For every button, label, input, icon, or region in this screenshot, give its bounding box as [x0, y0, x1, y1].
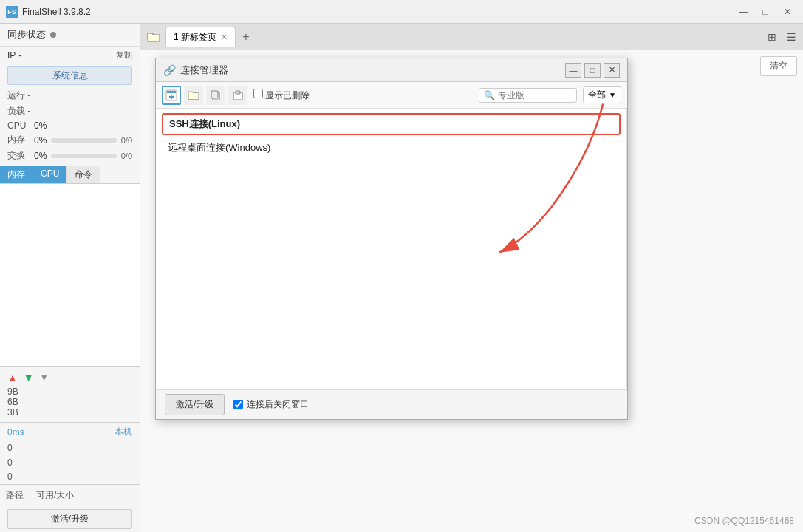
- tab-close-icon[interactable]: ✕: [221, 33, 228, 42]
- mem-bar: [51, 138, 116, 143]
- dialog-minimize-button[interactable]: —: [565, 63, 581, 78]
- new-connection-button[interactable]: [162, 86, 181, 105]
- ping-val-3: 0: [7, 470, 132, 484]
- traffic-header: ▲ ▼ ▼: [0, 370, 140, 385]
- cpu-value: 0%: [34, 120, 47, 131]
- status-dot: [50, 32, 56, 38]
- traffic-3b: 3B: [7, 407, 132, 417]
- traffic-6b: 6B: [7, 397, 132, 407]
- close-button[interactable]: ✕: [778, 4, 797, 19]
- ip-row: IP - 复制: [0, 47, 140, 64]
- ip-label: IP: [7, 50, 16, 61]
- main-layout: 同步状态 IP - 复制 系统信息 运行 - 负载 - CPU 0% 内存 0%…: [0, 24, 803, 532]
- tab-cpu[interactable]: CPU: [33, 166, 67, 183]
- svg-rect-7: [236, 91, 240, 94]
- swap-label: 交换: [7, 149, 30, 162]
- path-value: 可用/大小: [30, 488, 80, 503]
- close-after-connect-label[interactable]: 连接后关闭窗口: [233, 398, 309, 411]
- upload-arrow-icon: ▲: [7, 372, 18, 383]
- ping-section: 0ms 本机: [0, 422, 140, 441]
- dialog-close-button[interactable]: ✕: [604, 63, 620, 78]
- search-box[interactable]: 🔍: [479, 88, 577, 103]
- ping-val-1: 0: [7, 441, 132, 455]
- tab-command[interactable]: 命令: [67, 166, 100, 183]
- app-icon: FS: [6, 6, 18, 18]
- folder-button-dialog[interactable]: [184, 86, 203, 105]
- swap-bar: [51, 154, 116, 158]
- mem-row: 内存 0% 0/0: [0, 132, 140, 148]
- ping-local-button[interactable]: 本机: [115, 426, 132, 438]
- load-row: 负载 -: [0, 103, 140, 119]
- filter-select[interactable]: 全部 ▼: [583, 86, 621, 103]
- more-icon: ▼: [40, 372, 49, 383]
- svg-rect-1: [167, 91, 176, 93]
- cpu-label: CPU: [7, 120, 30, 131]
- show-deleted-checkbox-label[interactable]: 显示已删除: [253, 89, 310, 102]
- mem-ratio: 0/0: [121, 136, 132, 145]
- dialog-toolbar: 显示已删除 🔍 全部 ▼: [156, 82, 627, 109]
- app-title: FinalShell 3.9.8.2: [22, 7, 734, 17]
- dialog-overlay: 🔗 连接管理器 — □ ✕: [140, 50, 803, 532]
- run-label: 运行 -: [7, 89, 30, 102]
- ping-label: 0ms: [7, 427, 24, 437]
- copy-button-dialog[interactable]: [206, 86, 225, 105]
- ping-values: 0 0 0: [0, 441, 140, 484]
- ping-val-2: 0: [7, 456, 132, 470]
- list-item-rdp[interactable]: 远程桌面连接(Windows): [156, 137, 626, 159]
- run-row: 运行 -: [0, 88, 140, 103]
- search-input[interactable]: [498, 90, 572, 100]
- traffic-values: 9B 6B 3B: [0, 385, 140, 419]
- terminal-area: 清空 🔗 连接管理器 — □ ✕: [140, 50, 803, 532]
- swap-value: 0%: [34, 151, 47, 161]
- filter-dropdown-icon: ▼: [609, 91, 616, 99]
- sysinfo-button[interactable]: 系统信息: [7, 66, 132, 85]
- folder-button[interactable]: [143, 27, 164, 47]
- activate-upgrade-button[interactable]: 激活/升级: [7, 509, 132, 529]
- new-tab[interactable]: 1 新标签页 ✕: [165, 27, 236, 47]
- add-tab-button[interactable]: +: [237, 28, 255, 46]
- dialog-title-bar: 🔗 连接管理器 — □ ✕: [156, 58, 627, 82]
- rdp-connection-label: 远程桌面连接(Windows): [168, 142, 270, 153]
- dialog-footer: 激活/升级 连接后关闭窗口: [156, 389, 627, 419]
- dialog-controls: — □ ✕: [565, 63, 620, 78]
- watermark: CSDN @QQ1215461468: [694, 516, 794, 526]
- paste-button-dialog[interactable]: [228, 86, 247, 105]
- dialog-body: SSH连接(Linux) 远程桌面连接(Windows): [156, 109, 627, 389]
- swap-ratio: 0/0: [121, 151, 132, 160]
- new-tab-label: 1 新标签页: [174, 31, 216, 44]
- filter-label: 全部: [588, 89, 606, 101]
- search-icon: 🔍: [484, 90, 495, 100]
- grid-list-icon[interactable]: ☰: [783, 29, 800, 45]
- path-section: 路径 可用/大小: [0, 484, 140, 506]
- tab-memory[interactable]: 内存: [0, 166, 33, 183]
- show-deleted-checkbox[interactable]: [253, 89, 263, 98]
- mem-label: 内存: [7, 134, 30, 146]
- minimize-button[interactable]: —: [734, 4, 753, 19]
- title-bar: FS FinalShell 3.9.8.2 — □ ✕: [0, 0, 803, 24]
- sidebar: 同步状态 IP - 复制 系统信息 运行 - 负载 - CPU 0% 内存 0%…: [0, 24, 140, 532]
- download-arrow-icon: ▼: [24, 372, 34, 383]
- grid-2x2-icon[interactable]: ⊞: [764, 29, 780, 45]
- swap-row: 交换 0% 0/0: [0, 148, 140, 163]
- content-area: 1 新标签页 ✕ + ⊞ ☰ 清空 🔗 连接管理器 —: [140, 24, 803, 532]
- sync-label: 同步状态: [7, 28, 46, 41]
- dialog-activate-button[interactable]: 激活/升级: [165, 394, 225, 415]
- load-label: 负载 -: [7, 105, 30, 117]
- list-item-ssh[interactable]: SSH连接(Linux): [162, 113, 621, 135]
- layout-buttons: ⊞ ☰: [764, 29, 800, 45]
- dialog-title-icon: 🔗: [163, 64, 176, 76]
- svg-rect-5: [211, 91, 218, 98]
- ssh-connection-label: SSH连接(Linux): [169, 118, 240, 129]
- copy-ip-button[interactable]: 复制: [116, 50, 132, 61]
- maximize-button[interactable]: □: [756, 4, 775, 19]
- clear-button[interactable]: 清空: [760, 56, 797, 76]
- dialog-maximize-button[interactable]: □: [584, 63, 601, 78]
- dialog-title-text: 连接管理器: [180, 64, 565, 77]
- window-controls: — □ ✕: [734, 4, 797, 19]
- monitor-tabs: 内存 CPU 命令: [0, 166, 140, 184]
- ip-value: -: [18, 50, 21, 61]
- sidebar-traffic: ▲ ▼ ▼ 9B 6B 3B: [0, 366, 140, 422]
- connection-manager-dialog[interactable]: 🔗 连接管理器 — □ ✕: [155, 58, 628, 420]
- mem-value: 0%: [34, 135, 47, 146]
- close-after-connect-checkbox[interactable]: [233, 400, 243, 409]
